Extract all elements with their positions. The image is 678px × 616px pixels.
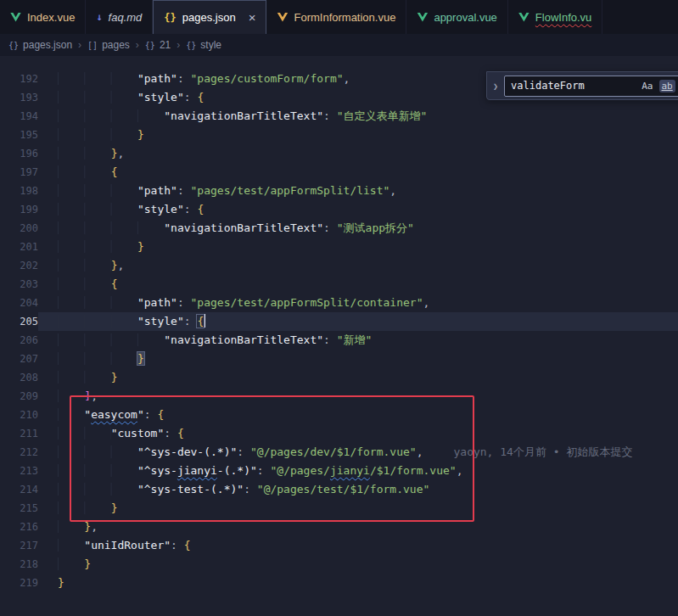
line-number[interactable]: 204 <box>0 294 38 312</box>
breadcrumb-label: pages.json <box>23 39 72 51</box>
line-number[interactable]: 209 <box>0 387 38 406</box>
line-number[interactable]: 202 <box>0 256 38 275</box>
code-token: "@/pages/ <box>270 464 329 477</box>
code-token: "path" <box>137 184 177 197</box>
code-line-217[interactable]: 217 "uniIdRouter": { <box>0 536 678 555</box>
line-number[interactable]: 194 <box>0 107 38 126</box>
find-query[interactable]: validateForm <box>511 80 636 92</box>
json-braces-icon: {} <box>164 12 176 24</box>
line-number[interactable]: 192 <box>0 70 38 88</box>
line-number[interactable]: 212 <box>0 443 38 462</box>
code-line-219[interactable]: 219} <box>0 574 678 592</box>
code-line-214[interactable]: 214 "^sys-test-(.*)": "@/pages/test/$1/f… <box>0 480 678 499</box>
code-token: { <box>197 91 204 104</box>
code-line-198[interactable]: 198 "path": "pages/test/appFormSplit/lis… <box>0 182 678 200</box>
code-area: 192 "path": "pages/customForm/form",193 … <box>0 70 678 592</box>
code-line-201[interactable]: 201 } <box>0 238 678 256</box>
code-line-207[interactable]: 207 } <box>0 350 678 368</box>
breadcrumb-item-pages[interactable]: []pages <box>87 39 130 51</box>
line-number[interactable]: 200 <box>0 219 38 238</box>
code-line-206[interactable]: 206 "navigationBarTitleText": "新增" <box>0 331 678 350</box>
line-number[interactable]: 206 <box>0 331 38 350</box>
line-number[interactable]: 196 <box>0 144 38 163</box>
chevron-right-icon[interactable]: ❯ <box>491 81 500 91</box>
code-line-212[interactable]: 212 "^sys-dev-(.*)": "@/pages/dev/$1/for… <box>0 443 678 462</box>
code-token: : <box>244 483 257 496</box>
tab-FormInformation.vue[interactable]: FormInformation.vue <box>266 0 406 34</box>
code-line-209[interactable]: 209 ], <box>0 387 678 406</box>
line-number[interactable]: 201 <box>0 238 38 256</box>
code-line-210[interactable]: 210 "easycom": { <box>0 406 678 424</box>
tab-pages.json[interactable]: {}pages.json× <box>153 0 266 34</box>
line-number[interactable]: 215 <box>0 499 38 518</box>
line-number[interactable]: 217 <box>0 536 38 555</box>
breadcrumb-item-21[interactable]: {}21 <box>145 39 171 51</box>
line-number[interactable]: 199 <box>0 200 38 219</box>
code-line-204[interactable]: 204 "path": "pages/test/appFormSplit/con… <box>0 294 678 312</box>
whole-word-toggle[interactable]: ab <box>659 80 675 92</box>
line-number[interactable]: 214 <box>0 480 38 499</box>
code-line-203[interactable]: 203 { <box>0 275 678 294</box>
line-number[interactable]: 195 <box>0 126 38 144</box>
code-token: "@/pages/dev/$1/form.vue" <box>250 445 417 458</box>
code-line-200[interactable]: 200 "navigationBarTitleText": "测试app拆分" <box>0 219 678 238</box>
tab-faq.md[interactable]: ↓faq.md <box>86 0 153 34</box>
breadcrumb-separator: › <box>177 39 180 51</box>
code-text: ], <box>38 387 678 406</box>
code-line-211[interactable]: 211 "custom": { <box>0 424 678 443</box>
line-number[interactable]: 219 <box>0 574 38 592</box>
symbol-icon: [] <box>87 41 98 50</box>
tab-approval.vue[interactable]: approval.vue <box>406 0 507 34</box>
code-text: "path": "pages/test/appFormSplit/contain… <box>38 294 678 312</box>
line-number[interactable]: 207 <box>0 350 38 368</box>
code-text: } <box>38 574 678 592</box>
breadcrumb-item-pages.json[interactable]: {}pages.json <box>8 39 72 51</box>
line-number[interactable]: 193 <box>0 88 38 107</box>
code-token: "navigationBarTitleText" <box>164 109 323 122</box>
code-line-197[interactable]: 197 { <box>0 163 678 182</box>
line-number[interactable]: 198 <box>0 182 38 200</box>
code-text: }, <box>38 144 678 163</box>
find-input[interactable]: validateForm Aaab.* <box>504 76 678 97</box>
code-line-196[interactable]: 196 }, <box>0 144 678 163</box>
line-number[interactable]: 197 <box>0 163 38 182</box>
match-case-toggle[interactable]: Aa <box>639 80 655 92</box>
code-text: }, <box>38 518 678 536</box>
git-blame-annotation: yaoyn, 14个月前 • 初始版本提交 <box>453 445 632 458</box>
breadcrumb-label: pages <box>102 39 130 51</box>
code-text: "navigationBarTitleText": "测试app拆分" <box>38 219 678 238</box>
code-line-208[interactable]: 208 } <box>0 368 678 387</box>
line-number[interactable]: 205 <box>0 312 38 331</box>
code-line-215[interactable]: 215 } <box>0 499 678 518</box>
code-token: "@/pages/test/$1/form.vue" <box>257 483 430 496</box>
code-token: easycom <box>91 408 137 421</box>
code-token <box>58 389 84 402</box>
tab-Index.vue[interactable]: Index.vue <box>0 0 86 34</box>
code-line-199[interactable]: 199 "style": { <box>0 200 678 219</box>
breadcrumb-item-style[interactable]: {}style <box>186 39 221 51</box>
code-token <box>58 445 137 458</box>
tab-FlowInfo.vu[interactable]: FlowInfo.vu <box>508 0 602 34</box>
vscode-window: Index.vue↓faq.md{}pages.json×FormInforma… <box>0 0 678 616</box>
line-number[interactable]: 213 <box>0 462 38 480</box>
code-token <box>58 427 111 440</box>
code-line-195[interactable]: 195 } <box>0 126 678 144</box>
code-line-202[interactable]: 202 }, <box>0 256 678 275</box>
line-number[interactable]: 218 <box>0 555 38 574</box>
line-number[interactable]: 216 <box>0 518 38 536</box>
close-icon[interactable]: × <box>249 11 256 24</box>
line-number[interactable]: 203 <box>0 275 38 294</box>
code-line-205[interactable]: 205 "style": { <box>0 312 678 331</box>
code-line-216[interactable]: 216 }, <box>0 518 678 536</box>
line-number[interactable]: 210 <box>0 406 38 424</box>
code-token: , <box>91 520 98 533</box>
line-number[interactable]: 211 <box>0 424 38 443</box>
code-line-194[interactable]: 194 "navigationBarTitleText": "自定义表单新增" <box>0 107 678 126</box>
code-token <box>58 147 111 160</box>
code-line-218[interactable]: 218 } <box>0 555 678 574</box>
markdown-icon: ↓ <box>96 11 102 23</box>
code-line-213[interactable]: 213 "^sys-jianyi-(.*)": "@/pages/jianyi/… <box>0 462 678 480</box>
code-token: "uniIdRouter" <box>84 539 171 552</box>
code-token: : <box>184 203 198 216</box>
line-number[interactable]: 208 <box>0 368 38 387</box>
